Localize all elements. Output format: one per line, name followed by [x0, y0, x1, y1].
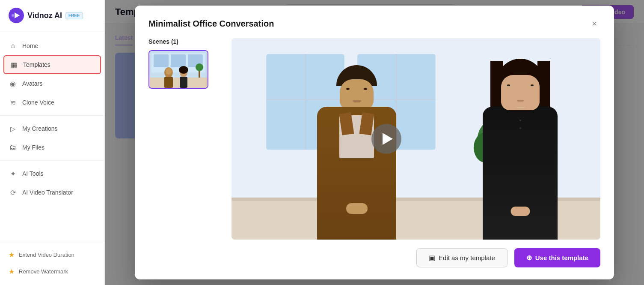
sidebar-item-avatars[interactable]: ◉ Avatars: [0, 74, 104, 93]
star-icon-watermark: ★: [9, 267, 15, 276]
modal-header: Minimalist Office Conversation ×: [148, 18, 600, 30]
templates-icon: ▦: [9, 60, 18, 69]
app-badge: FREE: [65, 12, 83, 19]
svg-rect-4: [149, 78, 208, 88]
files-icon: 🗂: [9, 143, 17, 152]
sidebar-item-home-label: Home: [22, 42, 38, 49]
play-circle-icon: ▷: [9, 124, 17, 133]
scene-thumbnail-1[interactable]: [148, 50, 208, 89]
modal-close-button[interactable]: ×: [588, 18, 600, 30]
modal-footer: ▣ Edit as my template ⊕ Use this templat…: [148, 248, 600, 267]
sidebar-item-my-creations[interactable]: ▷ My Creations: [0, 119, 104, 138]
sidebar-item-my-creations-label: My Creations: [22, 125, 57, 132]
nav-divider-2: [0, 160, 104, 161]
app-name: Vidnoz AI: [27, 11, 62, 20]
sidebar-item-templates-label: Templates: [23, 61, 50, 68]
svg-point-16: [196, 63, 203, 71]
woman-button-2: [519, 127, 521, 129]
nav-divider: [0, 115, 104, 116]
sidebar-item-clone-voice-label: Clone Voice: [22, 99, 54, 106]
sidebar-item-ai-tools[interactable]: ✦ AI Tools: [0, 164, 104, 183]
man-mouth: [353, 100, 361, 102]
svg-point-11: [166, 68, 172, 75]
sidebar-item-ai-video-translator-label: AI Video Translator: [22, 189, 73, 196]
svg-point-2: [12, 14, 14, 17]
tools-icon: ✦: [9, 169, 17, 178]
play-triangle-icon: [383, 133, 393, 145]
waveform-icon: ≋: [9, 98, 17, 107]
extend-video-item[interactable]: ★ Extend Video Duration: [0, 246, 104, 263]
svg-point-14: [179, 66, 188, 74]
modal-overlay[interactable]: Minimalist Office Conversation × Scenes …: [105, 0, 644, 285]
edit-icon: ▣: [429, 254, 435, 262]
woman-head: [497, 59, 544, 110]
sidebar-bottom: ★ Extend Video Duration ★ Remove Waterma…: [0, 241, 104, 285]
use-template-label: Use this template: [535, 254, 588, 261]
woman-mouth: [517, 100, 524, 102]
man-hands: [346, 203, 368, 214]
woman-button-1: [519, 120, 521, 121]
logo-area: Vidnoz AI FREE: [0, 0, 104, 31]
svg-rect-6: [154, 54, 169, 67]
sidebar-item-templates[interactable]: ▦ Templates: [3, 55, 101, 74]
scene-thumb-inner: [149, 51, 208, 88]
sidebar-item-avatars-label: Avatars: [22, 80, 42, 87]
remove-watermark-label: Remove Watermark: [19, 268, 68, 275]
woman-figure: [483, 59, 558, 240]
sidebar: Vidnoz AI FREE ⌂ Home ▦ Templates ◉ Avat…: [0, 0, 105, 285]
sidebar-item-ai-video-translator[interactable]: ⟳ AI Video Translator: [0, 183, 104, 202]
modal-title: Minimalist Office Conversation: [148, 19, 274, 29]
man-right-eye: [364, 88, 367, 90]
home-icon: ⌂: [9, 42, 17, 50]
sidebar-item-home[interactable]: ⌂ Home: [0, 36, 104, 55]
edit-template-label: Edit as my template: [439, 254, 495, 261]
play-button[interactable]: [371, 124, 401, 154]
woman-necklace: [516, 107, 525, 108]
remove-watermark-item[interactable]: ★ Remove Watermark: [0, 263, 104, 280]
man-head: [336, 65, 377, 110]
main-content: Templates Create Video Latest Trending A…: [105, 0, 644, 285]
man-left-eye: [346, 88, 350, 90]
use-template-button[interactable]: ⊕ Use this template: [514, 248, 600, 267]
scenes-panel: Scenes (1): [148, 38, 221, 240]
plus-circle-icon: ⊕: [526, 254, 532, 262]
extend-video-label: Extend Video Duration: [19, 252, 74, 258]
scene-thumb-svg: [149, 51, 208, 88]
template-preview-modal: Minimalist Office Conversation × Scenes …: [135, 6, 614, 279]
edit-template-button[interactable]: ▣ Edit as my template: [416, 248, 507, 267]
sidebar-item-ai-tools-label: AI Tools: [22, 170, 44, 177]
man-face: [340, 79, 374, 110]
modal-body: Scenes (1): [148, 38, 600, 240]
svg-rect-7: [171, 54, 186, 67]
video-preview: [231, 38, 600, 240]
avatar-icon: ◉: [9, 79, 17, 88]
star-icon-extend: ★: [9, 251, 15, 259]
woman-hands: [510, 207, 530, 216]
woman-left-eye: [507, 84, 510, 86]
sidebar-item-my-files[interactable]: 🗂 My Files: [0, 138, 104, 157]
sidebar-item-clone-voice[interactable]: ≋ Clone Voice: [0, 93, 104, 112]
woman-body: [483, 107, 558, 240]
woman-face: [501, 75, 540, 110]
woman-right-eye: [531, 84, 534, 86]
vidnoz-logo-icon: [9, 8, 24, 23]
translate-icon: ⟳: [9, 188, 17, 197]
svg-rect-10: [164, 77, 173, 88]
sidebar-nav: ⌂ Home ▦ Templates ◉ Avatars ≋ Clone Voi…: [0, 31, 104, 241]
sidebar-item-my-files-label: My Files: [22, 144, 45, 151]
svg-rect-13: [180, 77, 187, 88]
scenes-label: Scenes (1): [148, 38, 221, 45]
